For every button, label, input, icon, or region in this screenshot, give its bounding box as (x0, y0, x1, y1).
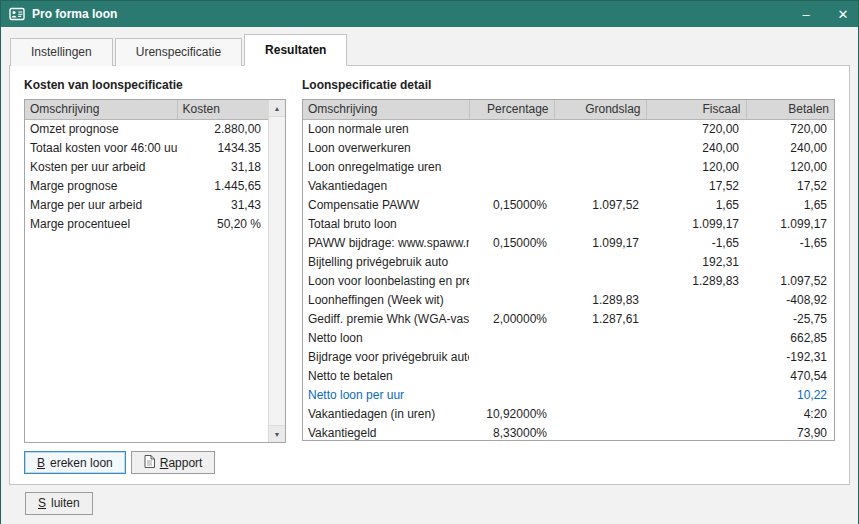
close-button[interactable]: ✕ (828, 1, 858, 27)
table-row[interactable]: Bijtelling privégebruik auto192,31 (303, 252, 834, 271)
row-value (469, 214, 554, 233)
row-value: 662,85 (746, 328, 834, 347)
row-label: Totaal bruto loon (303, 214, 469, 233)
tabstrip: Instellingen Urenspecificatie Resultaten (1, 27, 858, 65)
row-value: 1.097,52 (554, 195, 646, 214)
kosten-panel: Kosten van loonspecificatie Omschrijving… (24, 78, 286, 474)
row-value: 0,15000% (469, 233, 554, 252)
row-label: Netto loon (303, 328, 469, 347)
row-value: 720,00 (746, 119, 834, 138)
row-label: Vakantiedagen (303, 176, 469, 195)
sluiten-button[interactable]: Sluiten (25, 492, 93, 515)
row-label: Marge per uur arbeid (25, 195, 177, 214)
titlebar[interactable]: Pro forma loon – ✕ (1, 1, 858, 27)
row-value: 1.099,17 (746, 214, 834, 233)
rapport-button[interactable]: Rapport (131, 451, 216, 474)
row-value (554, 138, 646, 157)
proforma-loon-dialog: Pro forma loon – ✕ Instellingen Urenspec… (0, 0, 859, 524)
row-value (746, 252, 834, 271)
row-value (646, 328, 746, 347)
table-row[interactable]: PAWW bijdrage: www.spaww.nl0,15000%1.099… (303, 233, 834, 252)
table-row[interactable]: Netto loon662,85 (303, 328, 834, 347)
row-value: -25,75 (746, 309, 834, 328)
table-row[interactable]: Kosten per uur arbeid31,18 (25, 157, 268, 176)
minimize-button[interactable]: – (791, 1, 821, 27)
table-row[interactable]: Loon voor loonbelasting en premies1.289,… (303, 271, 834, 290)
detail-table-body: Loon normale uren720,00720,00Loon overwe… (303, 119, 834, 441)
table-row[interactable]: Vakantiegeld8,33000%73,90 (303, 423, 834, 441)
column-header-omschrijving: Omschrijving (25, 100, 177, 119)
row-value: -1,65 (646, 233, 746, 252)
row-value (554, 385, 646, 404)
row-value: 8,33000% (469, 423, 554, 441)
row-value: 17,52 (746, 176, 834, 195)
row-label: Bijdrage voor privégebruik auto (303, 347, 469, 366)
dialog-footer: Sluiten (1, 485, 858, 524)
table-row[interactable]: Totaal bruto loon1.099,171.099,17 (303, 214, 834, 233)
row-value (469, 328, 554, 347)
row-label: Loon normale uren (303, 119, 469, 138)
row-value: 720,00 (646, 119, 746, 138)
bereken-loon-button[interactable]: Bereken loon (24, 451, 126, 474)
detail-panel-title: Loonspecificatie detail (302, 78, 835, 92)
row-value: 1.099,17 (646, 214, 746, 233)
row-label: Loon onregelmatige uren (303, 157, 469, 176)
tab-urenspecificatie[interactable]: Urenspecificatie (115, 38, 242, 66)
row-label: Loonheffingen (Week wit) (303, 290, 469, 309)
table-row[interactable]: Gediff. premie Whk (WGA-vast)2,00000%1.2… (303, 309, 834, 328)
row-value (469, 119, 554, 138)
row-value (469, 271, 554, 290)
tab-instellingen[interactable]: Instellingen (10, 38, 113, 66)
table-row[interactable]: Vakantiedagen (in uren)10,92000%4:20 (303, 404, 834, 423)
table-row[interactable]: Omzet prognose2.880,00 (25, 119, 268, 138)
row-value (646, 423, 746, 441)
table-row[interactable]: Marge prognose1.445,65 (25, 176, 268, 195)
kosten-table-body: Omzet prognose2.880,00Totaal kosten voor… (25, 119, 268, 233)
row-value (554, 404, 646, 423)
column-header-betalen: Betalen (746, 100, 834, 119)
row-value: 470,54 (746, 366, 834, 385)
row-value: 192,31 (646, 252, 746, 271)
table-row[interactable]: Marge per uur arbeid31,43 (25, 195, 268, 214)
row-value: 240,00 (646, 138, 746, 157)
window-title: Pro forma loon (32, 7, 784, 21)
row-value (646, 309, 746, 328)
row-value (554, 119, 646, 138)
table-row[interactable]: Totaal kosten voor 46:00 uur1434.35 (25, 138, 268, 157)
row-value: 1434.35 (177, 138, 268, 157)
scroll-down-icon[interactable]: ▼ (269, 425, 285, 442)
resultaten-tab-page: Kosten van loonspecificatie Omschrijving… (9, 65, 850, 485)
row-value (554, 214, 646, 233)
table-row[interactable]: Compensatie PAWW0,15000%1.097,521,651,65 (303, 195, 834, 214)
row-value: 31,18 (177, 157, 268, 176)
row-value (554, 328, 646, 347)
rapport-button-label: Rapport (160, 456, 203, 470)
row-value (646, 385, 746, 404)
row-value: 120,00 (646, 157, 746, 176)
table-row[interactable]: Netto loon per uur10,22 (303, 385, 834, 404)
column-header-omschrijving: Omschrijving (303, 100, 469, 119)
table-row[interactable]: Loon normale uren720,00720,00 (303, 119, 834, 138)
table-row[interactable]: Loonheffingen (Week wit)1.289,83-408,92 (303, 290, 834, 309)
row-label: Kosten per uur arbeid (25, 157, 177, 176)
tab-resultaten[interactable]: Resultaten (244, 34, 347, 66)
table-row[interactable]: Vakantiedagen17,5217,52 (303, 176, 834, 195)
row-label: Netto loon per uur (303, 385, 469, 404)
row-value (469, 290, 554, 309)
kosten-table: Omschrijving Kosten Omzet prognose2.880,… (24, 99, 286, 443)
vertical-scrollbar[interactable]: ▲ ▼ (268, 100, 285, 442)
proforma-app-icon (9, 7, 25, 21)
row-value: 31,43 (177, 195, 268, 214)
row-value (469, 176, 554, 195)
row-value (554, 347, 646, 366)
table-row[interactable]: Netto te betalen470,54 (303, 366, 834, 385)
row-value (554, 252, 646, 271)
table-row[interactable]: Loon overwerkuren240,00240,00 (303, 138, 834, 157)
row-value: 73,90 (746, 423, 834, 441)
table-row[interactable]: Marge procentueel50,20 % (25, 214, 268, 233)
table-row[interactable]: Bijdrage voor privégebruik auto-192,31 (303, 347, 834, 366)
row-value (554, 271, 646, 290)
table-row[interactable]: Loon onregelmatige uren120,00120,00 (303, 157, 834, 176)
row-value: -1,65 (746, 233, 834, 252)
scroll-up-icon[interactable]: ▲ (269, 100, 285, 117)
